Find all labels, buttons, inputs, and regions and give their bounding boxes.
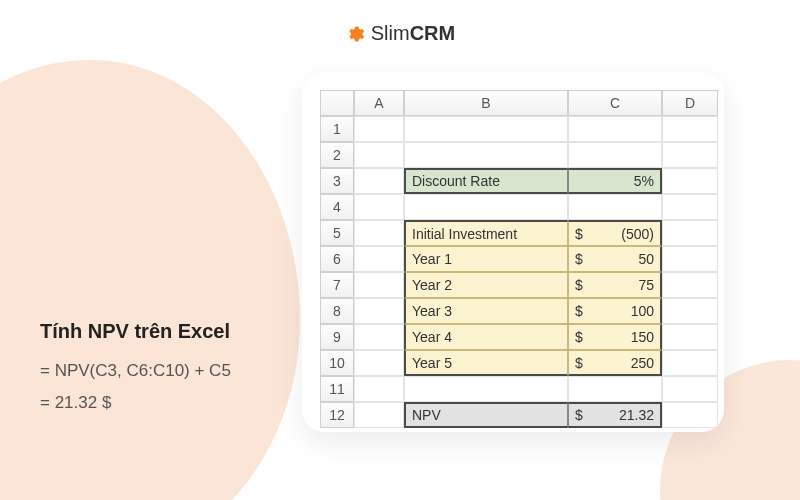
cell-D5[interactable] [662, 220, 718, 246]
cell-year-label[interactable]: Year 4 [404, 324, 568, 350]
amount-value: 250 [631, 355, 654, 371]
cell-initial-label[interactable]: Initial Investment [404, 220, 568, 246]
cell-npv-label[interactable]: NPV [404, 402, 568, 428]
cell-D6[interactable] [662, 246, 718, 272]
cell-D3[interactable] [662, 168, 718, 194]
cell-C1[interactable] [568, 116, 662, 142]
row-header[interactable]: 6 [320, 246, 354, 272]
cell-year-value[interactable]: $ 250 [568, 350, 662, 376]
row-header[interactable]: 11 [320, 376, 354, 402]
currency-symbol: $ [575, 251, 583, 267]
currency-symbol: $ [575, 355, 583, 371]
cell-year-value[interactable]: $ 75 [568, 272, 662, 298]
panel-result: = 21.32 $ [40, 387, 231, 419]
col-header-A[interactable]: A [354, 90, 404, 116]
cell-year-label[interactable]: Year 5 [404, 350, 568, 376]
cell-D8[interactable] [662, 298, 718, 324]
cell-D12[interactable] [662, 402, 718, 428]
cell-year-label[interactable]: Year 3 [404, 298, 568, 324]
cell-A3[interactable] [354, 168, 404, 194]
panel-formula: = NPV(C3, C6:C10) + C5 [40, 355, 231, 387]
cell-A7[interactable] [354, 272, 404, 298]
brand-logo: SlimCRM [345, 22, 455, 45]
col-header-B[interactable]: B [404, 90, 568, 116]
cell-year-value[interactable]: $ 150 [568, 324, 662, 350]
cell-C11[interactable] [568, 376, 662, 402]
col-header-C[interactable]: C [568, 90, 662, 116]
cell-B2[interactable] [404, 142, 568, 168]
cell-B4[interactable] [404, 194, 568, 220]
currency-symbol: $ [575, 277, 583, 293]
cell-A12[interactable] [354, 402, 404, 428]
cell-initial-value[interactable]: $ (500) [568, 220, 662, 246]
cell-year-value[interactable]: $ 100 [568, 298, 662, 324]
cell-year-value[interactable]: $ 50 [568, 246, 662, 272]
row-header[interactable]: 5 [320, 220, 354, 246]
spreadsheet-card: A B C D 1 2 3 Discount Rate 5% 4 5 Initi… [302, 72, 724, 432]
amount-value: 100 [631, 303, 654, 319]
corner-cell[interactable] [320, 90, 354, 116]
row-header[interactable]: 7 [320, 272, 354, 298]
cell-year-label[interactable]: Year 2 [404, 272, 568, 298]
cell-B11[interactable] [404, 376, 568, 402]
cell-D2[interactable] [662, 142, 718, 168]
cell-npv-value[interactable]: $ 21.32 [568, 402, 662, 428]
col-header-D[interactable]: D [662, 90, 718, 116]
currency-symbol: $ [575, 329, 583, 345]
row-header[interactable]: 3 [320, 168, 354, 194]
cell-discount-label[interactable]: Discount Rate [404, 168, 568, 194]
currency-symbol: $ [575, 226, 583, 242]
cell-D10[interactable] [662, 350, 718, 376]
cell-D4[interactable] [662, 194, 718, 220]
cell-A8[interactable] [354, 298, 404, 324]
brand-text: SlimCRM [371, 22, 455, 45]
amount-value: (500) [621, 226, 654, 242]
cell-discount-value[interactable]: 5% [568, 168, 662, 194]
row-header[interactable]: 1 [320, 116, 354, 142]
cell-year-label[interactable]: Year 1 [404, 246, 568, 272]
cell-D1[interactable] [662, 116, 718, 142]
row-header[interactable]: 12 [320, 402, 354, 428]
bg-shape-left [0, 60, 300, 500]
cell-A9[interactable] [354, 324, 404, 350]
gear-icon [345, 24, 365, 44]
row-header[interactable]: 10 [320, 350, 354, 376]
cell-A1[interactable] [354, 116, 404, 142]
cell-A10[interactable] [354, 350, 404, 376]
currency-symbol: $ [575, 407, 583, 423]
row-header[interactable]: 8 [320, 298, 354, 324]
cell-D11[interactable] [662, 376, 718, 402]
panel-title: Tính NPV trên Excel [40, 320, 231, 343]
row-header[interactable]: 9 [320, 324, 354, 350]
cell-A2[interactable] [354, 142, 404, 168]
spreadsheet-grid: A B C D 1 2 3 Discount Rate 5% 4 5 Initi… [320, 90, 724, 428]
cell-D9[interactable] [662, 324, 718, 350]
amount-value: 75 [638, 277, 654, 293]
amount-value: 21.32 [619, 407, 654, 423]
cell-A11[interactable] [354, 376, 404, 402]
row-header[interactable]: 4 [320, 194, 354, 220]
cell-A5[interactable] [354, 220, 404, 246]
cell-C4[interactable] [568, 194, 662, 220]
row-header[interactable]: 2 [320, 142, 354, 168]
cell-A4[interactable] [354, 194, 404, 220]
amount-value: 150 [631, 329, 654, 345]
currency-symbol: $ [575, 303, 583, 319]
amount-value: 50 [638, 251, 654, 267]
cell-B1[interactable] [404, 116, 568, 142]
explanation-panel: Tính NPV trên Excel = NPV(C3, C6:C10) + … [40, 320, 231, 420]
cell-C2[interactable] [568, 142, 662, 168]
cell-D7[interactable] [662, 272, 718, 298]
cell-A6[interactable] [354, 246, 404, 272]
